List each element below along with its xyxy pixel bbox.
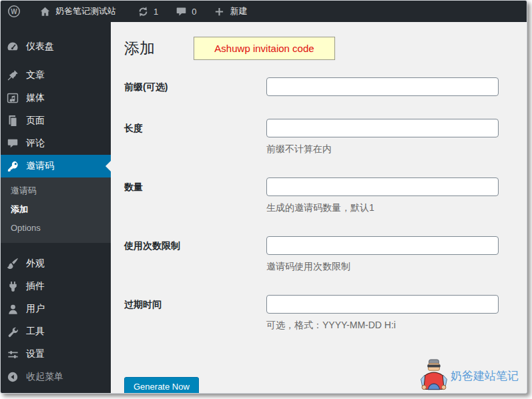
generate-now-button[interactable]: Generate Now [124, 377, 199, 393]
dashboard-icon [6, 40, 19, 53]
quantity-help: 生成的邀请码数量，默认1 [266, 202, 513, 214]
quantity-input[interactable] [266, 177, 499, 196]
sidebar-separator [1, 58, 111, 64]
sidebar-item-label: 设置 [26, 348, 45, 360]
comments-icon [6, 137, 19, 150]
topbar-update-count: 1 [154, 7, 158, 17]
sidebar-item-label: 外观 [26, 258, 45, 270]
pin-icon [6, 69, 19, 82]
submenu-item-options[interactable]: Options [1, 219, 111, 238]
topbar-new-button[interactable]: 新建 [207, 1, 252, 22]
sidebar-collapse-label: 收起菜单 [26, 371, 63, 383]
sliders-icon [6, 348, 19, 361]
plugin-icon [6, 280, 19, 293]
form-row-quantity: 数量 生成的邀请码数量，默认1 [124, 177, 513, 214]
page-title: 添加 [124, 38, 155, 58]
wrench-icon [6, 325, 19, 338]
sidebar-item-label: 仪表盘 [26, 41, 54, 53]
form-row-prefix: 前缀(可选) [124, 77, 513, 96]
home-icon [38, 5, 51, 18]
admin-sidebar: 仪表盘 文章 媒体 [1, 22, 111, 393]
form-row-usage-limit: 使用次数限制 邀请码使用次数限制 [124, 236, 513, 273]
sidebar-item-settings[interactable]: 设置 [1, 343, 111, 366]
screenshot-stage: W 奶爸笔记测试站 1 [0, 0, 532, 399]
comment-bubble-icon [174, 5, 188, 18]
updates-icon [136, 5, 150, 18]
sidebar-item-media[interactable]: 媒体 [1, 87, 111, 109]
wordpress-logo-button[interactable]: W [1, 5, 27, 18]
submenu-item-add[interactable]: 添加 [1, 200, 111, 219]
quantity-label: 数量 [124, 177, 266, 214]
sidebar-item-posts[interactable]: 文章 [1, 64, 111, 87]
main-content: 添加 Ashuwp invitaion code 前缀(可选) 长度 [111, 22, 527, 393]
admin-topbar: W 奶爸笔记测试站 1 [1, 1, 527, 22]
site-watermark: 奶爸建站笔记 [420, 358, 519, 390]
sidebar-item-label: 邀请码 [26, 160, 54, 172]
expiry-help: 可选，格式：YYYY-MM-DD H:i [266, 319, 513, 332]
admin-frame: 仪表盘 文章 媒体 [1, 22, 527, 393]
prefix-input[interactable] [266, 77, 499, 96]
sidebar-collapse-menu[interactable]: 收起菜单 [1, 366, 111, 388]
form-row-length: 长度 前缀不计算在内 [124, 119, 513, 155]
sidebar-item-users[interactable]: 用户 [1, 298, 111, 320]
watermark-text: 奶爸建站笔记 [451, 368, 519, 390]
topbar-site-link[interactable]: 奶爸笔记测试站 [33, 1, 121, 22]
submenu-item-invitation-codes[interactable]: 邀请码 [1, 181, 111, 200]
expiry-label: 过期时间 [124, 295, 266, 332]
wordpress-admin-window: W 奶爸笔记测试站 1 [0, 0, 527, 394]
topbar-site-name: 奶爸笔记测试站 [55, 5, 116, 17]
sidebar-item-label: 媒体 [26, 92, 45, 104]
usage-limit-input[interactable] [266, 236, 499, 255]
sidebar-item-tools[interactable]: 工具 [1, 320, 111, 343]
sidebar-item-plugins[interactable]: 插件 [1, 275, 111, 298]
media-icon [6, 91, 19, 105]
topbar-comments-button[interactable]: 0 [169, 1, 202, 22]
expiry-input[interactable] [266, 295, 499, 314]
sidebar-separator [1, 243, 111, 252]
key-icon [6, 159, 19, 173]
title-row: 添加 Ashuwp invitaion code [124, 38, 513, 63]
sidebar-item-label: 插件 [26, 280, 45, 292]
sidebar-item-pages[interactable]: 页面 [1, 109, 111, 132]
svg-text:W: W [11, 8, 17, 15]
form-row-expiry: 过期时间 可选，格式：YYYY-MM-DD H:i [124, 295, 513, 332]
user-icon [6, 302, 19, 316]
length-help: 前缀不计算在内 [266, 143, 513, 155]
sidebar-item-appearance[interactable]: 外观 [1, 252, 111, 275]
pages-icon [6, 114, 19, 127]
topbar-comment-count: 0 [192, 7, 196, 17]
invitation-submenu: 邀请码 添加 Options [1, 177, 111, 243]
topbar-updates-button[interactable]: 1 [131, 1, 164, 22]
sidebar-item-invitation-codes[interactable]: 邀请码 [1, 155, 111, 177]
sidebar-item-label: 工具 [26, 326, 45, 338]
add-code-form: 前缀(可选) 长度 前缀不计算在内 数 [124, 77, 513, 393]
sidebar-item-label: 评论 [26, 137, 45, 149]
sidebar-item-label: 用户 [26, 303, 45, 315]
plus-icon [212, 5, 226, 18]
sidebar-item-dashboard[interactable]: 仪表盘 [1, 35, 111, 58]
sidebar-item-label: 页面 [26, 115, 45, 127]
wordpress-logo-icon: W [7, 5, 21, 18]
collapse-arrow-icon [6, 370, 19, 384]
length-input[interactable] [266, 119, 499, 137]
usage-limit-label: 使用次数限制 [124, 236, 266, 273]
plugin-hint-tooltip: Ashuwp invitaion code [194, 37, 335, 60]
sidebar-item-label: 文章 [26, 69, 45, 81]
brush-icon [6, 257, 19, 270]
usage-limit-help: 邀请码使用次数限制 [266, 260, 513, 273]
dad-avatar-icon [420, 358, 448, 390]
topbar-new-label: 新建 [230, 5, 247, 17]
prefix-label: 前缀(可选) [124, 77, 266, 96]
length-label: 长度 [124, 119, 266, 155]
sidebar-item-comments[interactable]: 评论 [1, 132, 111, 155]
